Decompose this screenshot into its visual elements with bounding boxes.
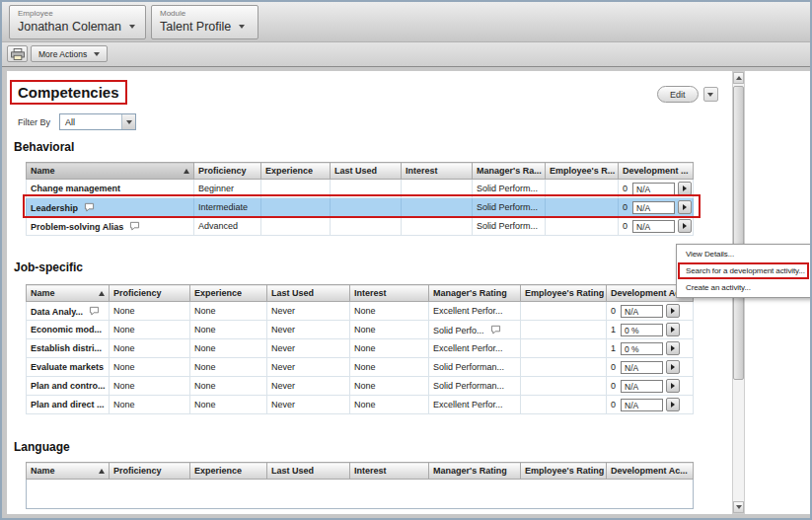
dev-activity-open-button[interactable] bbox=[666, 304, 680, 318]
edit-button[interactable]: Edit bbox=[657, 86, 699, 103]
page-margin-bottom bbox=[2, 514, 810, 520]
scroll-down-button[interactable] bbox=[733, 501, 744, 513]
column-header-managers-rating[interactable]: Manager's Rating bbox=[429, 285, 521, 302]
edit-dropdown-button[interactable] bbox=[703, 87, 718, 102]
cell-proficiency: None bbox=[110, 321, 190, 339]
cell-manager-rating: Solid Perform... bbox=[473, 217, 546, 236]
dev-activity-open-button[interactable] bbox=[678, 200, 692, 214]
cell-proficiency: None bbox=[110, 339, 190, 358]
column-header-label: Development Ac... bbox=[611, 466, 688, 476]
column-header-last-used[interactable]: Last Used bbox=[267, 285, 350, 302]
column-header-managers-rating[interactable]: Manager's Ra... bbox=[473, 163, 546, 180]
column-header-employees-rating[interactable]: Employee's Rating bbox=[521, 285, 607, 302]
cell-experience bbox=[261, 198, 331, 217]
cell-development-activity: 1 0 % bbox=[607, 321, 694, 339]
row-data-analysis[interactable]: Data Analy... None None Never None Excel… bbox=[27, 302, 694, 321]
column-header-proficiency[interactable]: Proficiency bbox=[110, 463, 190, 480]
menu-item-view-details[interactable]: View Details... bbox=[678, 246, 809, 262]
column-header-experience[interactable]: Experience bbox=[190, 285, 267, 302]
dev-activity-value: 0 % bbox=[621, 324, 663, 336]
column-header-label: Proficiency bbox=[198, 166, 247, 176]
competency-name: Problem-solving Alias bbox=[31, 222, 123, 232]
row-leadership[interactable]: Leadership Intermediate Solid Perform...… bbox=[27, 198, 694, 217]
menu-item-create-activity[interactable]: Create an activity... bbox=[678, 279, 809, 296]
more-actions-button[interactable]: More Actions bbox=[31, 45, 108, 62]
column-header-last-used[interactable]: Last Used bbox=[267, 463, 350, 480]
row-establish-distribution[interactable]: Establish distri... None None Never None… bbox=[27, 339, 694, 358]
module-selector-value: Talent Profile bbox=[160, 20, 231, 34]
cell-proficiency: Intermediate bbox=[194, 198, 261, 217]
column-header-last-used[interactable]: Last Used bbox=[331, 163, 402, 180]
column-header-name[interactable]: Name bbox=[27, 285, 110, 302]
cell-experience bbox=[261, 217, 331, 236]
comment-icon[interactable] bbox=[129, 221, 140, 231]
cell-development-activity: 0 N/A bbox=[607, 396, 694, 414]
print-button[interactable] bbox=[7, 45, 28, 62]
row-problem-solving-alias[interactable]: Problem-solving Alias Advanced Solid Per… bbox=[27, 217, 694, 236]
module-selector[interactable]: Module Talent Profile bbox=[151, 5, 258, 39]
comment-icon[interactable] bbox=[84, 202, 95, 212]
cell-employee-rating bbox=[521, 396, 607, 414]
talent-profile-app: Employee Jonathan Coleman Module Talent … bbox=[0, 0, 812, 520]
cell-development-activity: 0 N/A bbox=[607, 358, 694, 377]
language-empty-row bbox=[27, 480, 694, 509]
chevron-down-icon bbox=[239, 25, 245, 29]
column-header-interest[interactable]: Interest bbox=[350, 463, 429, 480]
chevron-down-icon bbox=[126, 120, 132, 124]
cell-interest: None bbox=[350, 339, 429, 358]
scroll-up-button[interactable] bbox=[733, 72, 744, 84]
cell-manager-rating: Solid Performan... bbox=[429, 358, 521, 377]
menu-item-search-development-activity[interactable]: Search for a development activity... bbox=[678, 262, 809, 279]
dev-activity-value: N/A bbox=[621, 380, 663, 393]
cell-interest bbox=[402, 180, 473, 198]
column-header-employees-rating[interactable]: Employee's R... bbox=[546, 163, 619, 180]
cell-interest: None bbox=[350, 358, 429, 377]
content-area: Competencies Edit Filter By All Behavior… bbox=[2, 67, 810, 520]
dev-activity-open-button[interactable] bbox=[666, 323, 680, 336]
column-header-employees-rating[interactable]: Employee's Rating bbox=[521, 463, 607, 480]
column-header-interest[interactable]: Interest bbox=[350, 285, 429, 302]
dev-activity-count: 0 bbox=[623, 184, 629, 193]
row-plan-and-control[interactable]: Plan and contro... None None Never None … bbox=[27, 377, 694, 396]
dev-activity-open-button[interactable] bbox=[678, 219, 692, 233]
chevron-down-icon bbox=[94, 52, 100, 56]
dev-activity-open-button[interactable] bbox=[666, 379, 680, 393]
printer-icon bbox=[11, 48, 25, 60]
comment-icon[interactable] bbox=[89, 306, 100, 316]
row-change-management[interactable]: Change management Beginner Solid Perform… bbox=[27, 180, 694, 198]
column-header-experience[interactable]: Experience bbox=[190, 463, 267, 480]
filter-select[interactable]: All bbox=[59, 113, 136, 130]
row-plan-and-direct[interactable]: Plan and direct ... None None Never None… bbox=[27, 396, 694, 414]
dev-activity-open-button[interactable] bbox=[678, 182, 692, 195]
column-header-label: Manager's Rating bbox=[433, 288, 507, 298]
scroll-down-icon bbox=[736, 505, 742, 509]
row-evaluate-markets[interactable]: Evaluate markets None None Never None So… bbox=[27, 358, 694, 377]
column-header-interest[interactable]: Interest bbox=[402, 163, 473, 180]
column-header-proficiency[interactable]: Proficiency bbox=[110, 285, 190, 302]
cell-last-used: Never bbox=[267, 358, 350, 377]
employee-selector[interactable]: Employee Jonathan Coleman bbox=[9, 5, 146, 39]
row-economic-modeling[interactable]: Economic mod... None None Never None Sol… bbox=[27, 321, 694, 339]
scrollbar-thumb[interactable] bbox=[733, 86, 744, 380]
column-header-development[interactable]: Development Ac... bbox=[607, 463, 694, 480]
filter-select-arrow[interactable] bbox=[121, 114, 135, 129]
cell-last-used: Never bbox=[267, 377, 350, 396]
cell-last-used: Never bbox=[267, 339, 350, 358]
cell-name: Plan and contro... bbox=[27, 377, 110, 396]
column-header-name[interactable]: Name bbox=[27, 463, 110, 480]
column-header-label: Manager's Rating bbox=[433, 466, 507, 476]
column-header-proficiency[interactable]: Proficiency bbox=[194, 163, 261, 180]
column-header-name[interactable]: Name bbox=[27, 163, 194, 180]
cell-name: Data Analy... bbox=[27, 302, 110, 321]
dev-activity-open-button[interactable] bbox=[666, 341, 680, 355]
dev-activity-open-button[interactable] bbox=[666, 398, 680, 411]
column-header-development[interactable]: Development ... bbox=[619, 163, 694, 180]
cell-employee-rating bbox=[546, 217, 619, 236]
page-title: Competencies bbox=[18, 84, 119, 101]
cell-experience bbox=[261, 180, 331, 198]
comment-icon[interactable] bbox=[490, 325, 501, 334]
column-header-experience[interactable]: Experience bbox=[261, 163, 331, 180]
column-header-managers-rating[interactable]: Manager's Rating bbox=[429, 463, 521, 480]
cell-experience: None bbox=[190, 302, 267, 321]
dev-activity-open-button[interactable] bbox=[666, 360, 680, 374]
